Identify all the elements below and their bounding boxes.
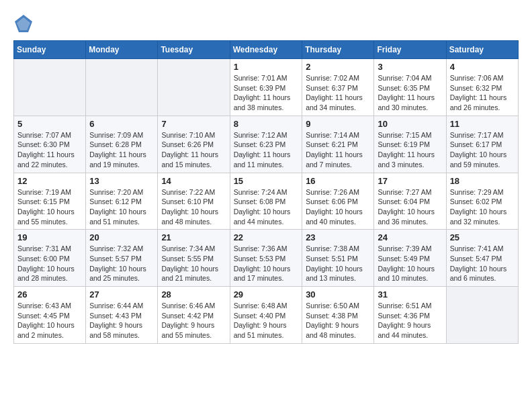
calendar-cell: 24Sunrise: 7:39 AM Sunset: 5:49 PM Dayli…	[374, 230, 446, 287]
day-info: Sunrise: 7:36 AM Sunset: 5:53 PM Dayligh…	[234, 244, 299, 283]
calendar-table: SundayMondayTuesdayWednesdayThursdayFrid…	[13, 40, 519, 344]
day-info: Sunrise: 7:19 AM Sunset: 6:15 PM Dayligh…	[17, 187, 82, 227]
calendar-cell: 4Sunrise: 7:06 AM Sunset: 6:32 PM Daylig…	[446, 59, 518, 116]
day-number: 26	[17, 289, 82, 300]
day-number: 27	[89, 289, 154, 300]
calendar-cell: 3Sunrise: 7:04 AM Sunset: 6:35 PM Daylig…	[374, 59, 446, 116]
calendar-cell: 29Sunrise: 6:48 AM Sunset: 4:40 PM Dayli…	[230, 287, 302, 344]
day-info: Sunrise: 7:24 AM Sunset: 6:08 PM Dayligh…	[234, 187, 299, 227]
day-number: 12	[17, 176, 82, 186]
calendar-week-row: 12Sunrise: 7:19 AM Sunset: 6:15 PM Dayli…	[14, 173, 519, 230]
day-info: Sunrise: 7:02 AM Sunset: 6:37 PM Dayligh…	[306, 73, 370, 113]
calendar-cell: 6Sunrise: 7:09 AM Sunset: 6:28 PM Daylig…	[86, 116, 158, 173]
day-number: 16	[306, 176, 370, 186]
day-number: 25	[450, 232, 515, 242]
calendar-header-saturday: Saturday	[446, 41, 518, 59]
calendar-cell: 13Sunrise: 7:20 AM Sunset: 6:12 PM Dayli…	[86, 173, 158, 230]
day-info: Sunrise: 6:46 AM Sunset: 4:42 PM Dayligh…	[161, 301, 226, 340]
logo	[13, 13, 36, 34]
calendar-cell: 22Sunrise: 7:36 AM Sunset: 5:53 PM Dayli…	[230, 230, 302, 287]
day-info: Sunrise: 7:26 AM Sunset: 6:06 PM Dayligh…	[306, 187, 370, 227]
calendar-cell: 31Sunrise: 6:51 AM Sunset: 4:36 PM Dayli…	[374, 287, 446, 344]
day-info: Sunrise: 7:41 AM Sunset: 5:47 PM Dayligh…	[450, 244, 515, 283]
day-info: Sunrise: 7:27 AM Sunset: 6:04 PM Dayligh…	[378, 187, 442, 227]
day-number: 29	[234, 289, 299, 300]
calendar-header-sunday: Sunday	[14, 41, 86, 59]
day-info: Sunrise: 6:50 AM Sunset: 4:38 PM Dayligh…	[306, 301, 370, 340]
day-info: Sunrise: 7:20 AM Sunset: 6:12 PM Dayligh…	[89, 187, 154, 227]
calendar-cell: 19Sunrise: 7:31 AM Sunset: 6:00 PM Dayli…	[14, 230, 86, 287]
calendar-cell: 2Sunrise: 7:02 AM Sunset: 6:37 PM Daylig…	[302, 59, 374, 116]
calendar-cell: 7Sunrise: 7:10 AM Sunset: 6:26 PM Daylig…	[158, 116, 230, 173]
day-info: Sunrise: 7:32 AM Sunset: 5:57 PM Dayligh…	[89, 244, 154, 283]
day-number: 17	[378, 176, 442, 186]
day-info: Sunrise: 7:07 AM Sunset: 6:30 PM Dayligh…	[17, 130, 82, 170]
calendar-cell: 15Sunrise: 7:24 AM Sunset: 6:08 PM Dayli…	[230, 173, 302, 230]
day-number: 21	[161, 232, 226, 242]
day-info: Sunrise: 7:22 AM Sunset: 6:10 PM Dayligh…	[161, 187, 226, 227]
day-info: Sunrise: 7:39 AM Sunset: 5:49 PM Dayligh…	[378, 244, 442, 283]
calendar-cell	[446, 287, 518, 344]
calendar-week-row: 26Sunrise: 6:43 AM Sunset: 4:45 PM Dayli…	[14, 287, 519, 344]
day-number: 19	[17, 232, 82, 242]
calendar-week-row: 19Sunrise: 7:31 AM Sunset: 6:00 PM Dayli…	[14, 230, 519, 287]
calendar-header-thursday: Thursday	[302, 41, 374, 59]
day-number: 22	[234, 232, 299, 242]
day-info: Sunrise: 6:48 AM Sunset: 4:40 PM Dayligh…	[234, 301, 299, 340]
calendar-header-monday: Monday	[86, 41, 158, 59]
calendar-cell	[158, 59, 230, 116]
calendar-week-row: 5Sunrise: 7:07 AM Sunset: 6:30 PM Daylig…	[14, 116, 519, 173]
day-info: Sunrise: 6:44 AM Sunset: 4:43 PM Dayligh…	[89, 301, 154, 340]
day-number: 13	[89, 176, 154, 186]
day-number: 2	[306, 62, 370, 72]
day-info: Sunrise: 7:14 AM Sunset: 6:21 PM Dayligh…	[306, 130, 370, 170]
calendar-cell: 25Sunrise: 7:41 AM Sunset: 5:47 PM Dayli…	[446, 230, 518, 287]
calendar-cell	[14, 59, 86, 116]
day-number: 4	[450, 62, 515, 72]
day-info: Sunrise: 7:38 AM Sunset: 5:51 PM Dayligh…	[306, 244, 370, 283]
day-info: Sunrise: 6:51 AM Sunset: 4:36 PM Dayligh…	[378, 301, 442, 340]
calendar-header-tuesday: Tuesday	[158, 41, 230, 59]
day-number: 14	[161, 176, 226, 186]
day-number: 1	[234, 62, 299, 72]
calendar-header-row: SundayMondayTuesdayWednesdayThursdayFrid…	[14, 41, 519, 59]
calendar-header-friday: Friday	[374, 41, 446, 59]
calendar-cell: 16Sunrise: 7:26 AM Sunset: 6:06 PM Dayli…	[302, 173, 374, 230]
calendar-cell: 8Sunrise: 7:12 AM Sunset: 6:23 PM Daylig…	[230, 116, 302, 173]
calendar-cell: 18Sunrise: 7:29 AM Sunset: 6:02 PM Dayli…	[446, 173, 518, 230]
calendar-header-wednesday: Wednesday	[230, 41, 302, 59]
day-info: Sunrise: 7:31 AM Sunset: 6:00 PM Dayligh…	[17, 244, 82, 283]
day-number: 7	[161, 119, 226, 129]
day-info: Sunrise: 7:01 AM Sunset: 6:39 PM Dayligh…	[234, 73, 299, 113]
day-number: 5	[17, 119, 82, 129]
calendar-cell: 28Sunrise: 6:46 AM Sunset: 4:42 PM Dayli…	[158, 287, 230, 344]
calendar-cell: 14Sunrise: 7:22 AM Sunset: 6:10 PM Dayli…	[158, 173, 230, 230]
calendar-cell: 21Sunrise: 7:34 AM Sunset: 5:55 PM Dayli…	[158, 230, 230, 287]
calendar-cell	[86, 59, 158, 116]
day-number: 10	[378, 119, 442, 129]
day-number: 24	[378, 232, 442, 242]
calendar-cell: 23Sunrise: 7:38 AM Sunset: 5:51 PM Dayli…	[302, 230, 374, 287]
day-number: 20	[89, 232, 154, 242]
calendar-week-row: 1Sunrise: 7:01 AM Sunset: 6:39 PM Daylig…	[14, 59, 519, 116]
calendar-cell: 12Sunrise: 7:19 AM Sunset: 6:15 PM Dayli…	[14, 173, 86, 230]
day-info: Sunrise: 7:17 AM Sunset: 6:17 PM Dayligh…	[450, 130, 515, 170]
day-info: Sunrise: 7:29 AM Sunset: 6:02 PM Dayligh…	[450, 187, 515, 227]
day-info: Sunrise: 6:43 AM Sunset: 4:45 PM Dayligh…	[17, 301, 82, 340]
day-info: Sunrise: 7:10 AM Sunset: 6:26 PM Dayligh…	[161, 130, 226, 170]
day-number: 18	[450, 176, 515, 186]
day-number: 30	[306, 289, 370, 300]
day-info: Sunrise: 7:12 AM Sunset: 6:23 PM Dayligh…	[234, 130, 299, 170]
day-number: 11	[450, 119, 515, 129]
calendar-cell: 20Sunrise: 7:32 AM Sunset: 5:57 PM Dayli…	[86, 230, 158, 287]
calendar-cell: 26Sunrise: 6:43 AM Sunset: 4:45 PM Dayli…	[14, 287, 86, 344]
calendar-cell: 9Sunrise: 7:14 AM Sunset: 6:21 PM Daylig…	[302, 116, 374, 173]
day-number: 28	[161, 289, 226, 300]
day-info: Sunrise: 7:04 AM Sunset: 6:35 PM Dayligh…	[378, 73, 442, 113]
day-number: 3	[378, 62, 442, 72]
day-number: 15	[234, 176, 299, 186]
calendar-cell: 11Sunrise: 7:17 AM Sunset: 6:17 PM Dayli…	[446, 116, 518, 173]
calendar-cell: 27Sunrise: 6:44 AM Sunset: 4:43 PM Dayli…	[86, 287, 158, 344]
day-info: Sunrise: 7:06 AM Sunset: 6:32 PM Dayligh…	[450, 73, 515, 113]
day-info: Sunrise: 7:15 AM Sunset: 6:19 PM Dayligh…	[378, 130, 442, 170]
